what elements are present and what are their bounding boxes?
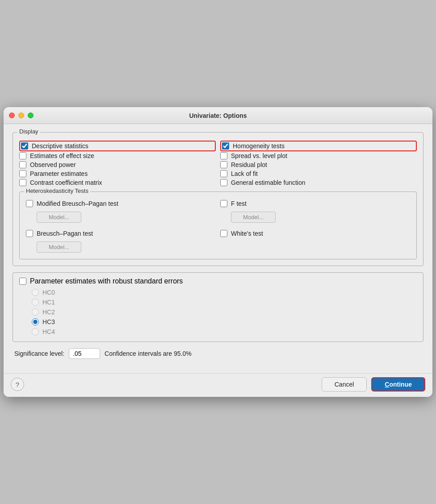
whites-test-checkbox[interactable] (220, 230, 227, 237)
window: Univariate: Options Display Descriptive … (4, 107, 432, 397)
hetero-right-col: F test Model... White's test (220, 199, 410, 253)
display-left-col: Descriptive statistics Estimates of effe… (19, 141, 216, 187)
window-title: Univariate: Options (189, 112, 247, 119)
breusch-pagan-checkbox[interactable] (26, 230, 33, 237)
hetero-grid: Modified Breusch–Pagan test Model... Bre… (26, 199, 410, 253)
robust-se-label: Parameter estimates with robust standard… (30, 277, 183, 285)
robust-header: Parameter estimates with robust standard… (19, 277, 417, 285)
lack-of-fit-checkbox[interactable] (220, 170, 227, 177)
bottom-bar: ? Cancel Continue (4, 373, 432, 397)
parameter-estimates-checkbox[interactable] (19, 170, 26, 177)
observed-power-label: Observed power (30, 161, 76, 168)
hc1-row: HC1 (32, 299, 417, 306)
whites-test-row: White's test (220, 229, 410, 238)
cancel-button[interactable]: Cancel (322, 377, 367, 392)
display-group: Display Descriptive statistics Estimates… (13, 132, 423, 266)
hc3-radio[interactable] (32, 318, 39, 325)
minimize-button[interactable] (18, 112, 24, 118)
hetero-group: Heteroskedasticity Tests Modified Breusc… (19, 192, 417, 259)
display-group-label: Display (17, 128, 40, 135)
hc4-radio[interactable] (32, 328, 39, 335)
hetero-left-col: Modified Breusch–Pagan test Model... Bre… (26, 199, 216, 253)
residual-plot-checkbox[interactable] (220, 161, 227, 168)
lack-of-fit-row: Lack of fit (220, 169, 417, 178)
general-estimable-row: General estimable function (220, 178, 417, 187)
close-button[interactable] (9, 112, 15, 118)
robust-section: Parameter estimates with robust standard… (13, 272, 423, 342)
f-test-row: F test (220, 199, 410, 208)
hc4-label: HC4 (42, 328, 55, 335)
titlebar: Univariate: Options (4, 107, 432, 124)
modified-breusch-pagan-label: Modified Breusch–Pagan test (37, 200, 118, 207)
display-right-col: Homogeneity tests Spread vs. level plot … (220, 141, 417, 187)
hc2-label: HC2 (42, 308, 55, 316)
content-area: Display Descriptive statistics Estimates… (4, 124, 432, 373)
homogeneity-tests-label: Homogeneity tests (233, 142, 285, 150)
significance-bar: Significance level: Confidence intervals… (13, 348, 423, 359)
f-test-label: F test (231, 200, 247, 207)
radio-group: HC0 HC1 HC2 HC3 HC4 (19, 289, 417, 335)
contrast-coefficient-matrix-row: Contrast coefficient matrix (19, 178, 216, 187)
ci-text: Confidence intervals are 95.0% (105, 350, 192, 357)
model-btn-ftest[interactable]: Model... (231, 212, 276, 223)
spread-vs-level-row: Spread vs. level plot (220, 151, 417, 160)
hc1-radio[interactable] (32, 299, 39, 306)
whites-test-label: White's test (231, 230, 263, 237)
traffic-lights (9, 112, 34, 118)
descriptive-statistics-row: Descriptive statistics (19, 141, 216, 151)
continue-button[interactable]: Continue (371, 377, 425, 392)
hc3-row: HC3 (32, 318, 417, 325)
display-grid: Descriptive statistics Estimates of effe… (19, 141, 417, 187)
hc2-row: HC2 (32, 308, 417, 316)
hc4-row: HC4 (32, 328, 417, 335)
breusch-pagan-label: Breusch–Pagan test (37, 230, 93, 237)
spread-vs-level-label: Spread vs. level plot (231, 152, 287, 159)
modified-breusch-pagan-checkbox[interactable] (26, 200, 33, 207)
descriptive-statistics-label: Descriptive statistics (32, 142, 88, 150)
parameter-estimates-row: Parameter estimates (19, 169, 216, 178)
contrast-coefficient-matrix-checkbox[interactable] (19, 179, 26, 186)
estimates-effect-size-label: Estimates of effect size (30, 152, 94, 159)
observed-power-checkbox[interactable] (19, 161, 26, 168)
robust-se-checkbox[interactable] (19, 278, 26, 285)
spread-vs-level-checkbox[interactable] (220, 152, 227, 159)
model-btn-breusch[interactable]: Model... (37, 242, 81, 253)
action-buttons: Cancel Continue (322, 377, 425, 392)
significance-input[interactable] (69, 348, 100, 359)
maximize-button[interactable] (28, 112, 34, 118)
residual-plot-label: Residual plot (231, 161, 267, 168)
lack-of-fit-label: Lack of fit (231, 170, 258, 177)
hc1-label: HC1 (42, 299, 55, 306)
hetero-group-label: Heteroskedasticity Tests (24, 187, 90, 194)
general-estimable-label: General estimable function (231, 179, 306, 186)
hc2-radio[interactable] (32, 308, 39, 316)
homogeneity-tests-checkbox[interactable] (222, 142, 229, 150)
estimates-effect-size-row: Estimates of effect size (19, 151, 216, 160)
general-estimable-checkbox[interactable] (220, 179, 227, 186)
significance-label: Significance level: (14, 350, 64, 357)
f-test-checkbox[interactable] (220, 200, 227, 207)
hc0-radio[interactable] (32, 289, 39, 296)
hc0-row: HC0 (32, 289, 417, 296)
display-options: Descriptive statistics Estimates of effe… (19, 141, 417, 259)
estimates-effect-size-checkbox[interactable] (19, 152, 26, 159)
model-btn-breusch-modified[interactable]: Model... (37, 212, 81, 223)
parameter-estimates-label: Parameter estimates (30, 170, 88, 177)
residual-plot-row: Residual plot (220, 160, 417, 169)
modified-breusch-pagan-row: Modified Breusch–Pagan test (26, 199, 216, 208)
help-button[interactable]: ? (11, 378, 24, 391)
descriptive-statistics-checkbox[interactable] (21, 142, 28, 150)
observed-power-row: Observed power (19, 160, 216, 169)
hc0-label: HC0 (42, 289, 55, 296)
hc3-label: HC3 (42, 318, 55, 325)
breusch-pagan-row: Breusch–Pagan test (26, 229, 216, 238)
contrast-coefficient-matrix-label: Contrast coefficient matrix (30, 179, 102, 186)
homogeneity-tests-row: Homogeneity tests (220, 141, 417, 151)
